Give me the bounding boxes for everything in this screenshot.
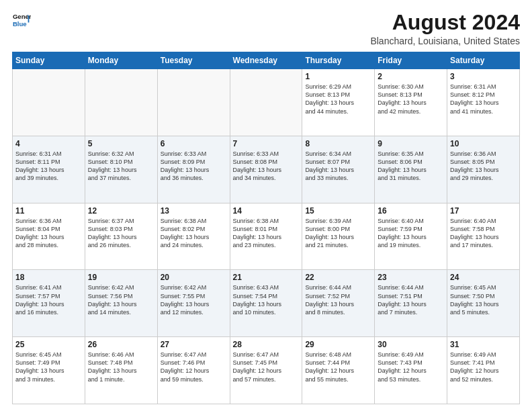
col-header-monday: Monday [85, 52, 157, 69]
col-header-tuesday: Tuesday [157, 52, 230, 69]
calendar-cell: 16Sunrise: 6:40 AM Sunset: 7:59 PM Dayli… [375, 203, 447, 270]
calendar-cell: 3Sunrise: 6:31 AM Sunset: 8:12 PM Daylig… [447, 69, 520, 136]
day-number: 12 [88, 206, 154, 216]
calendar-cell: 9Sunrise: 6:35 AM Sunset: 8:06 PM Daylig… [375, 136, 447, 203]
day-number: 10 [450, 139, 517, 148]
day-number: 18 [15, 273, 82, 282]
day-info: Sunrise: 6:47 AM Sunset: 7:46 PM Dayligh… [161, 351, 227, 383]
calendar-cell: 19Sunrise: 6:42 AM Sunset: 7:56 PM Dayli… [85, 270, 157, 337]
calendar-cell: 31Sunrise: 6:49 AM Sunset: 7:41 PM Dayli… [447, 337, 520, 404]
day-info: Sunrise: 6:36 AM Sunset: 8:05 PM Dayligh… [450, 150, 517, 183]
day-info: Sunrise: 6:35 AM Sunset: 8:06 PM Dayligh… [378, 150, 444, 183]
calendar-cell: 2Sunrise: 6:30 AM Sunset: 8:13 PM Daylig… [375, 69, 447, 136]
calendar-cell: 1Sunrise: 6:29 AM Sunset: 8:13 PM Daylig… [302, 69, 375, 136]
logo: General Blue [12, 11, 34, 30]
day-info: Sunrise: 6:45 AM Sunset: 7:50 PM Dayligh… [450, 283, 517, 316]
calendar-cell: 8Sunrise: 6:34 AM Sunset: 8:07 PM Daylig… [302, 136, 375, 203]
day-info: Sunrise: 6:40 AM Sunset: 7:58 PM Dayligh… [450, 217, 517, 250]
day-number: 23 [378, 273, 444, 282]
day-number: 29 [305, 340, 371, 349]
calendar-cell: 21Sunrise: 6:43 AM Sunset: 7:54 PM Dayli… [230, 270, 302, 337]
day-info: Sunrise: 6:33 AM Sunset: 8:09 PM Dayligh… [161, 150, 227, 183]
calendar-cell: 4Sunrise: 6:31 AM Sunset: 8:11 PM Daylig… [13, 136, 85, 203]
day-number: 16 [378, 206, 444, 216]
calendar-cell: 26Sunrise: 6:46 AM Sunset: 7:48 PM Dayli… [85, 337, 157, 404]
calendar-table: SundayMondayTuesdayWednesdayThursdayFrid… [12, 52, 520, 404]
calendar-cell: 5Sunrise: 6:32 AM Sunset: 8:10 PM Daylig… [85, 136, 157, 203]
calendar-cell: 29Sunrise: 6:48 AM Sunset: 7:44 PM Dayli… [302, 337, 375, 404]
calendar-week-row: 1Sunrise: 6:29 AM Sunset: 8:13 PM Daylig… [13, 69, 520, 136]
day-number: 4 [15, 139, 82, 148]
calendar-cell: 23Sunrise: 6:44 AM Sunset: 7:51 PM Dayli… [375, 270, 447, 337]
calendar-header-row: SundayMondayTuesdayWednesdayThursdayFrid… [13, 52, 520, 69]
col-header-thursday: Thursday [302, 52, 375, 69]
calendar-cell [85, 69, 157, 136]
day-number: 9 [378, 139, 444, 148]
day-number: 6 [161, 139, 227, 148]
day-number: 8 [305, 139, 371, 148]
day-number: 25 [15, 340, 82, 349]
calendar-cell: 24Sunrise: 6:45 AM Sunset: 7:50 PM Dayli… [447, 270, 520, 337]
day-info: Sunrise: 6:48 AM Sunset: 7:44 PM Dayligh… [305, 351, 371, 383]
day-number: 13 [161, 206, 227, 216]
calendar-cell: 7Sunrise: 6:33 AM Sunset: 8:08 PM Daylig… [230, 136, 302, 203]
header: General Blue August 2024 Blanchard, Loui… [12, 11, 520, 46]
calendar-cell: 28Sunrise: 6:47 AM Sunset: 7:45 PM Dayli… [230, 337, 302, 404]
day-info: Sunrise: 6:37 AM Sunset: 8:03 PM Dayligh… [88, 217, 154, 250]
calendar-cell: 17Sunrise: 6:40 AM Sunset: 7:58 PM Dayli… [447, 203, 520, 270]
day-number: 27 [161, 340, 227, 349]
calendar-cell: 11Sunrise: 6:36 AM Sunset: 8:04 PM Dayli… [13, 203, 85, 270]
calendar-week-row: 25Sunrise: 6:45 AM Sunset: 7:49 PM Dayli… [13, 337, 520, 404]
svg-text:Blue: Blue [13, 20, 27, 28]
day-number: 19 [88, 273, 154, 282]
day-info: Sunrise: 6:32 AM Sunset: 8:10 PM Dayligh… [88, 150, 154, 183]
day-number: 11 [15, 206, 82, 216]
day-info: Sunrise: 6:38 AM Sunset: 8:02 PM Dayligh… [161, 217, 227, 250]
day-number: 28 [233, 340, 300, 349]
day-number: 7 [233, 139, 300, 148]
col-header-friday: Friday [375, 52, 447, 69]
calendar-week-row: 11Sunrise: 6:36 AM Sunset: 8:04 PM Dayli… [13, 203, 520, 270]
calendar-cell: 12Sunrise: 6:37 AM Sunset: 8:03 PM Dayli… [85, 203, 157, 270]
col-header-saturday: Saturday [447, 52, 520, 69]
col-header-wednesday: Wednesday [230, 52, 302, 69]
day-info: Sunrise: 6:29 AM Sunset: 8:13 PM Dayligh… [305, 83, 371, 116]
day-info: Sunrise: 6:41 AM Sunset: 7:57 PM Dayligh… [15, 283, 82, 316]
day-info: Sunrise: 6:44 AM Sunset: 7:51 PM Dayligh… [378, 283, 444, 316]
day-number: 15 [305, 206, 371, 216]
day-number: 26 [88, 340, 154, 349]
day-info: Sunrise: 6:38 AM Sunset: 8:01 PM Dayligh… [233, 217, 300, 250]
day-info: Sunrise: 6:39 AM Sunset: 8:00 PM Dayligh… [305, 217, 371, 250]
day-info: Sunrise: 6:31 AM Sunset: 8:11 PM Dayligh… [15, 150, 82, 183]
calendar-cell: 13Sunrise: 6:38 AM Sunset: 8:02 PM Dayli… [157, 203, 230, 270]
day-info: Sunrise: 6:34 AM Sunset: 8:07 PM Dayligh… [305, 150, 371, 183]
day-number: 3 [450, 72, 517, 81]
calendar-cell: 20Sunrise: 6:42 AM Sunset: 7:55 PM Dayli… [157, 270, 230, 337]
calendar-cell: 18Sunrise: 6:41 AM Sunset: 7:57 PM Dayli… [13, 270, 85, 337]
main-title: August 2024 [370, 11, 520, 34]
day-number: 22 [305, 273, 371, 282]
subtitle: Blanchard, Louisiana, United States [370, 36, 520, 46]
calendar-cell: 22Sunrise: 6:44 AM Sunset: 7:52 PM Dayli… [302, 270, 375, 337]
day-info: Sunrise: 6:45 AM Sunset: 7:49 PM Dayligh… [15, 351, 82, 383]
day-info: Sunrise: 6:30 AM Sunset: 8:13 PM Dayligh… [378, 83, 444, 116]
day-info: Sunrise: 6:42 AM Sunset: 7:55 PM Dayligh… [161, 283, 227, 316]
day-info: Sunrise: 6:36 AM Sunset: 8:04 PM Dayligh… [15, 217, 82, 250]
calendar-cell: 6Sunrise: 6:33 AM Sunset: 8:09 PM Daylig… [157, 136, 230, 203]
calendar-cell: 27Sunrise: 6:47 AM Sunset: 7:46 PM Dayli… [157, 337, 230, 404]
title-block: August 2024 Blanchard, Louisiana, United… [370, 11, 520, 46]
day-number: 2 [378, 72, 444, 81]
day-info: Sunrise: 6:47 AM Sunset: 7:45 PM Dayligh… [233, 351, 300, 383]
day-info: Sunrise: 6:46 AM Sunset: 7:48 PM Dayligh… [88, 351, 154, 383]
calendar-cell [230, 69, 302, 136]
day-info: Sunrise: 6:49 AM Sunset: 7:43 PM Dayligh… [378, 351, 444, 383]
day-number: 1 [305, 72, 371, 81]
day-info: Sunrise: 6:44 AM Sunset: 7:52 PM Dayligh… [305, 283, 371, 316]
day-number: 31 [450, 340, 517, 349]
col-header-sunday: Sunday [13, 52, 85, 69]
day-number: 24 [450, 273, 517, 282]
calendar-week-row: 4Sunrise: 6:31 AM Sunset: 8:11 PM Daylig… [13, 136, 520, 203]
day-number: 17 [450, 206, 517, 216]
logo-icon: General Blue [12, 11, 31, 30]
calendar-cell [157, 69, 230, 136]
